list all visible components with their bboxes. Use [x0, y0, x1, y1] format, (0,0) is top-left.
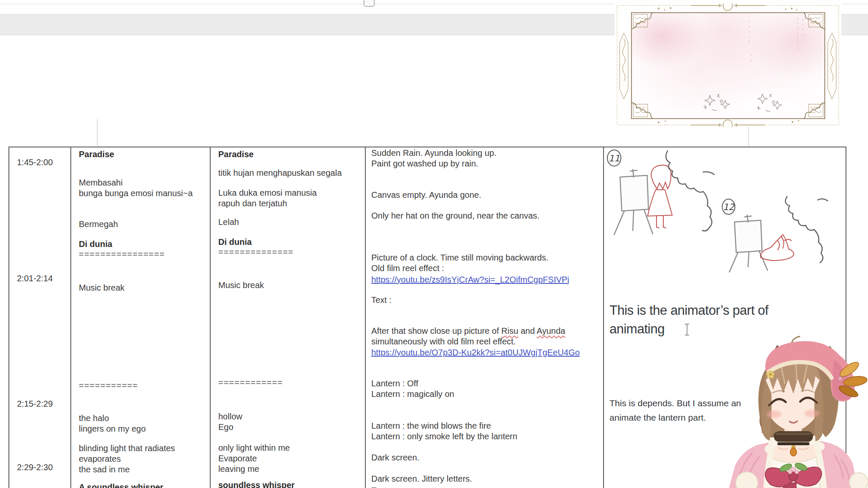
scene-text-label: Text :: [371, 295, 392, 305]
hat-sketch: [760, 235, 794, 261]
lyrics-b-separator-1: ==============: [218, 247, 294, 258]
corner-brackets: [632, 13, 825, 119]
scene-hat-ground: Only her hat on the ground, near the can…: [371, 211, 540, 221]
scene-text-cutoff: Text: [371, 485, 387, 488]
tree-1-sketch: [666, 151, 714, 231]
animator-note: This is the animator’s part of animating: [609, 301, 768, 338]
lyrics-b-music-break: Music break: [218, 280, 264, 291]
acorn-pendant: [790, 448, 797, 456]
lyrics-a-title: Paradise: [79, 149, 114, 160]
decorative-frame-image: [615, 3, 841, 127]
lyrics-b-verse-4: hollow Ego: [218, 411, 242, 433]
lyrics-a-verse-3: the halo lingers on my ego: [79, 413, 146, 434]
table-column-divider: [70, 147, 71, 488]
scene-closeup-line-1: After that show close up picture of Risu…: [371, 326, 565, 336]
tree-2-sketch: [785, 197, 828, 263]
table-column-divider: [365, 147, 366, 488]
table-column-divider: [210, 147, 211, 488]
timestamp-4: 2:29-2:30: [17, 462, 53, 473]
ornate-frame-border: [615, 3, 841, 127]
scene-closeup-mid: and: [518, 326, 537, 336]
inner-frame-line: [632, 13, 825, 119]
youtube-link-1[interactable]: https://youtu.be/zs9IsYjCrAw?si=_L2OifmC…: [371, 274, 569, 285]
lyrics-b-heading-2: Di dunia: [218, 237, 252, 247]
side-ornament-columns: [620, 33, 836, 99]
gold-leaf-sprinkles: [658, 7, 799, 123]
scene-closeup-line-2: simultaneously with old film reel effect…: [371, 336, 516, 347]
frame-medallions: [691, 3, 765, 127]
sparkle-doodles-icon: [704, 94, 782, 111]
scene-rain: Sudden Rain. Ayunda looking up. Paint go…: [371, 148, 496, 169]
girl-figure-sketch: [648, 165, 672, 228]
scene-closeup-pre: After that show close up picture of: [371, 326, 501, 336]
lyrics-a-heading-2: Di dunia: [79, 239, 112, 250]
panel-2-number: 12: [722, 199, 735, 214]
youtube-link-2[interactable]: https://youtu.be/O7p3D-Ku2kk?si=at0UJWgj…: [371, 347, 580, 358]
lyrics-a-separator-2: ===========: [79, 380, 138, 391]
scene-canvas-empty: Canvas empty. Ayunda gone.: [371, 190, 481, 200]
leader-line-left: [97, 119, 97, 147]
easel-2-sketch: [729, 215, 768, 272]
storyboard-sketch: 11 12: [603, 147, 846, 299]
outer-gold-border: [617, 6, 839, 125]
scene-clock: Picture of a clock. Time still moving ba…: [371, 252, 548, 274]
lyrics-a-verse-1: Membasahi bunga bunga emosi manusi~a: [79, 177, 193, 199]
text-cursor-icon: [687, 324, 687, 336]
vtuber-avatar: [690, 334, 868, 488]
panel-2-label: 12: [723, 202, 735, 212]
lyrics-b-title: Paradise: [218, 149, 253, 160]
lyrics-a-heading-3: A soundless whisper: [79, 482, 163, 488]
pink-dashes: [749, 17, 803, 65]
lyrics-a-separator-1: ================: [79, 249, 165, 260]
document-canvas: 1:45-2:00 2:01-2:14 2:15-2:29 2:29-2:30 …: [0, 0, 868, 488]
lyrics-b-heading-3: soundless whisper: [218, 480, 295, 488]
spellcheck-word-risu: Risu: [501, 326, 518, 336]
timestamp-1: 1:45-2:00: [17, 157, 53, 168]
lyrics-b-verse-5: only light within me Evaporate leaving m…: [218, 443, 290, 474]
scene-lantern-on: Lantern : Off Lantern : magically on: [371, 378, 454, 399]
panel-1-label: 11: [609, 153, 620, 164]
pompom-right: [849, 473, 868, 488]
scene-lantern-wind: Lantern : the wind blows the fire Lanter…: [371, 421, 517, 442]
scene-dark-jittery: Dark screen. Jittery letters.: [371, 474, 472, 484]
leader-line-right: [748, 127, 749, 147]
toolbar-handle-icon[interactable]: [364, 0, 375, 7]
lyrics-b-separator-2: ============: [218, 377, 283, 388]
lyrics-a-verse-4: blinding light that radiates evaporates …: [79, 443, 175, 475]
lyrics-b-verse-3: Lelah: [218, 217, 239, 227]
lyrics-b-verse-1: titik hujan menghapuskan segala: [218, 168, 342, 178]
easel-1-sketch: [614, 169, 653, 235]
lyrics-b-verse-2: Luka duka emosi manusia rapuh dan terjat…: [218, 188, 317, 209]
spellcheck-word-ayunda: Ayunda: [537, 326, 565, 336]
lyrics-a-verse-2: Bermegah: [79, 219, 118, 230]
corner-lace: [633, 14, 823, 117]
timestamp-2: 2:01-2:14: [17, 273, 53, 284]
scene-dark-screen: Dark screen.: [371, 452, 419, 463]
lyrics-a-music-break: Music break: [79, 283, 125, 293]
timestamp-3: 2:15-2:29: [17, 399, 53, 409]
panel-1-number: 11: [607, 150, 621, 166]
